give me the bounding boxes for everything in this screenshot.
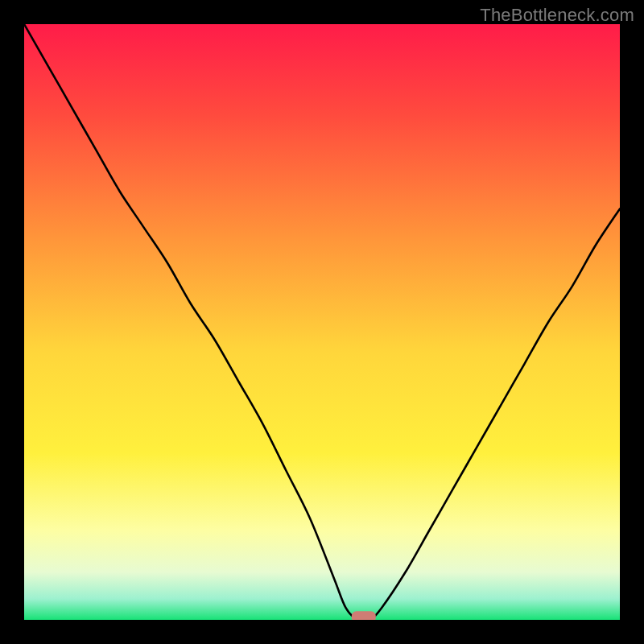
gradient-background: [24, 24, 620, 620]
plot-area: [24, 24, 620, 620]
chart-frame: TheBottleneck.com: [0, 0, 644, 644]
optimal-marker: [352, 611, 376, 620]
attribution-text: TheBottleneck.com: [480, 5, 634, 26]
bottleneck-chart: [24, 24, 620, 620]
